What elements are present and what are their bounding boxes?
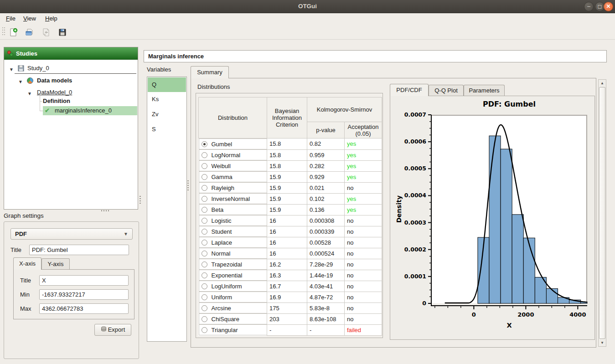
tree-item-definition[interactable]: Definition	[4, 97, 138, 106]
distribution-name: Weibull	[212, 163, 231, 169]
tree-item-marginals-inference[interactable]: ✔ marginalsInference_0	[43, 106, 137, 115]
tab-parameters[interactable]: Parameters	[464, 85, 505, 96]
distribution-name: Arcsine	[212, 305, 231, 312]
table-row[interactable]: Arcsine1755.83e-8no	[199, 302, 382, 313]
menu-view[interactable]: View	[19, 13, 40, 24]
distribution-name: LogUniform	[212, 283, 242, 290]
variables-label: Variables	[147, 66, 171, 73]
distribution-radio[interactable]	[202, 174, 207, 180]
distribution-name: Triangular	[212, 327, 238, 333]
distribution-name: ChiSquare	[212, 316, 239, 323]
distribution-radio[interactable]	[202, 163, 207, 169]
table-row[interactable]: Uniform16.94.87e-72no	[199, 292, 382, 302]
table-row[interactable]: InverseNormal15.90.102yes	[199, 193, 382, 204]
new-study-button[interactable]	[7, 26, 19, 38]
distribution-radio[interactable]	[202, 240, 207, 246]
scrollbar-thumb[interactable]	[599, 87, 605, 339]
distribution-name: InverseNormal	[212, 195, 250, 202]
distribution-name: Trapezoidal	[212, 261, 242, 268]
vertical-scrollbar[interactable]: ▲ ▼	[598, 79, 606, 347]
open-study-button[interactable]	[23, 26, 35, 38]
distribution-radio[interactable]	[202, 316, 207, 322]
vertical-splitter[interactable]	[140, 196, 141, 205]
min-input[interactable]: -1637.93327217	[39, 289, 129, 300]
pdf-chart: 00.00010.00020.00030.00040.00050.00060.0…	[390, 96, 594, 339]
distribution-radio[interactable]	[202, 283, 207, 289]
save-study-button[interactable]	[56, 26, 68, 38]
variable-item-s[interactable]: S	[148, 122, 186, 137]
menu-file[interactable]: File	[2, 13, 20, 24]
table-row[interactable]: Student160.000339no	[199, 226, 382, 237]
distribution-radio[interactable]	[202, 294, 207, 300]
tree-item-data-models[interactable]: ▼ Data models	[4, 76, 138, 85]
table-row[interactable]: Exponential16.31.44e-19no	[199, 270, 382, 281]
table-row[interactable]: LogNormal15.80.959yes	[199, 149, 382, 160]
table-row[interactable]: ChiSquare2038.63e-108no	[199, 313, 382, 324]
close-button[interactable]: ✕	[604, 2, 613, 11]
table-row[interactable]: Laplace160.00528no	[199, 237, 382, 248]
tab-qq-plot[interactable]: Q-Q Plot	[429, 85, 464, 96]
distributions-label: Distributions	[197, 83, 230, 90]
variable-item-zv[interactable]: Zv	[148, 107, 186, 122]
table-row[interactable]: Rayleigh15.90.021no	[199, 182, 382, 193]
variable-item-ks[interactable]: Ks	[148, 92, 186, 107]
distribution-radio[interactable]	[202, 305, 207, 311]
tree-item-datamodel[interactable]: ▼ DataModel_0	[4, 88, 138, 97]
svg-text:Density: Density	[395, 195, 403, 223]
distribution-name: Exponential	[212, 272, 243, 279]
menu-help[interactable]: Help	[41, 13, 62, 24]
table-row[interactable]: Gumbel15.80.82yes	[199, 138, 382, 150]
horizontal-splitter[interactable]	[101, 210, 110, 211]
tab-pdf-cdf[interactable]: PDF/CDF	[390, 84, 429, 96]
scroll-down-icon[interactable]: ▼	[599, 339, 606, 346]
tab-y-axis[interactable]: Y-axis	[41, 258, 70, 270]
table-row[interactable]: Weibull15.80.282yes	[199, 160, 382, 171]
table-row[interactable]: LogUniform16.74.03e-41no	[199, 281, 382, 292]
distributions-table-frame: Distribution Bayesian Information Criter…	[196, 93, 383, 338]
expander-icon[interactable]: ▼	[18, 77, 23, 87]
expander-icon[interactable]: ▼	[9, 65, 14, 74]
maximize-button[interactable]: ◻	[595, 2, 605, 11]
distribution-radio[interactable]	[202, 272, 207, 278]
table-row[interactable]: Normal160.000524no	[199, 248, 382, 259]
import-python-button[interactable]	[40, 26, 52, 38]
table-row[interactable]: Logistic160.000308no	[199, 215, 382, 226]
export-button[interactable]: Export	[94, 324, 131, 336]
distribution-radio[interactable]	[202, 229, 207, 235]
table-row[interactable]: Gamma15.90.929yes	[199, 171, 382, 182]
distribution-radio[interactable]	[202, 251, 207, 256]
pdf-plot-panel[interactable]: 00.00010.00020.00030.00040.00050.00060.0…	[390, 96, 595, 340]
page-title: Marginals inference	[144, 50, 607, 62]
tab-summary[interactable]: Summary	[191, 66, 229, 78]
toolbar-drag-handle[interactable]	[2, 27, 5, 36]
distribution-radio[interactable]	[202, 196, 207, 202]
distribution-radio[interactable]	[202, 207, 207, 213]
tab-x-axis[interactable]: X-axis	[13, 257, 41, 270]
distribution-name: Uniform	[212, 294, 233, 301]
variable-item-q[interactable]: Q	[148, 77, 186, 92]
tree-item-study[interactable]: ▼ Study_0	[4, 64, 138, 73]
distribution-radio[interactable]	[202, 261, 207, 267]
table-row[interactable]: Beta15.90.136yes	[199, 204, 382, 215]
distribution-name: Gamma	[212, 174, 233, 180]
table-row[interactable]: Trapezoidal16.27.28e-29no	[199, 259, 382, 270]
export-icon	[101, 325, 107, 336]
plot-type-select[interactable]: PDF ▼	[10, 228, 133, 240]
graph-title-input[interactable]: PDF: Gumbel	[29, 245, 129, 255]
study-separator	[15, 73, 136, 74]
distribution-radio[interactable]	[202, 327, 207, 333]
table-row[interactable]: Triangular--failed	[199, 324, 382, 335]
distribution-radio[interactable]	[202, 141, 207, 147]
scroll-up-icon[interactable]: ▲	[599, 80, 606, 87]
svg-text:0.0002: 0.0002	[404, 246, 426, 253]
distribution-radio[interactable]	[202, 152, 207, 158]
minimize-button[interactable]: –	[584, 2, 594, 11]
distribution-radio[interactable]	[202, 185, 207, 191]
distribution-radio[interactable]	[202, 218, 207, 224]
distribution-name: Rayleigh	[212, 185, 235, 191]
axis-title-input[interactable]: X	[39, 275, 129, 286]
study-icon	[18, 65, 24, 74]
svg-text:0.0007: 0.0007	[404, 111, 426, 118]
variables-splitter[interactable]	[187, 180, 189, 190]
max-input[interactable]: 4362.06672783	[39, 303, 129, 314]
